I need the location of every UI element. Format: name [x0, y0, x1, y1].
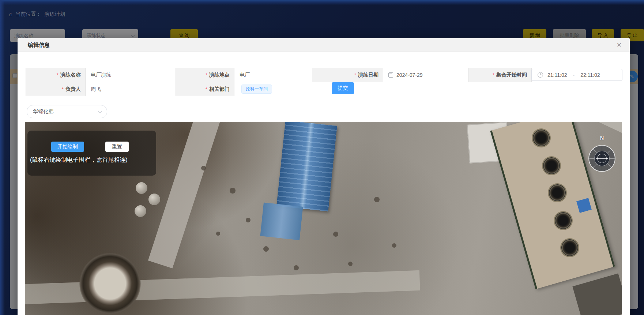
department-label-text: 相关部门	[209, 86, 230, 93]
modal-title: 编辑信息	[28, 38, 50, 52]
drill-name-label: * 演练名称	[26, 68, 86, 82]
map-unit	[230, 188, 236, 194]
time-range-separator: -	[571, 72, 576, 78]
department-tag[interactable]: 原料一车间	[241, 85, 272, 94]
manager-value: 周飞	[91, 86, 101, 93]
drill-name-value: 电厂演练	[91, 72, 111, 78]
map-unit	[263, 246, 269, 252]
map-unit	[201, 166, 206, 170]
draw-control-panel	[27, 131, 156, 176]
required-mark: *	[206, 72, 207, 78]
map-sphere-tank	[136, 182, 147, 194]
drill-location-field[interactable]: 电厂	[234, 68, 312, 82]
chevron-down-icon	[98, 109, 102, 113]
company-select-value: 华锦化肥	[33, 108, 53, 115]
clock-icon	[538, 72, 543, 78]
time-start-value: 21:11:02	[547, 72, 567, 78]
map-canvas[interactable]: 开始绘制 重置 (鼠标右键绘制电子围栏，需首尾相连) N	[25, 122, 622, 315]
compass-north-label: N	[597, 135, 607, 141]
drill-name-field[interactable]: 电厂演练	[85, 68, 175, 82]
submit-button[interactable]: 提交	[332, 82, 354, 94]
drill-date-value: 2024-07-29	[396, 72, 423, 78]
map-unit	[333, 232, 338, 237]
map-unit	[294, 265, 299, 270]
map-dark-area	[572, 273, 622, 315]
assembly-time-label: * 集合开始时间	[468, 68, 532, 82]
manager-label: * 负责人	[26, 82, 86, 96]
map-sphere-tank	[135, 205, 146, 217]
required-mark: *	[62, 86, 64, 92]
map-sphere-tank	[148, 194, 160, 205]
reset-button[interactable]: 重置	[105, 142, 129, 152]
map-fan-vent	[549, 184, 566, 201]
company-select[interactable]: 华锦化肥	[27, 105, 107, 118]
compass-icon[interactable]	[588, 145, 615, 172]
drill-location-label: * 演练地点	[175, 68, 234, 82]
map-clarifier-tank	[79, 253, 141, 314]
calendar-icon	[388, 72, 393, 78]
map-fan-vent	[561, 239, 578, 256]
drill-date-label: * 演练日期	[312, 68, 383, 82]
compass-inner-dial	[594, 151, 610, 166]
required-mark: *	[206, 86, 207, 92]
assembly-time-range-input[interactable]: 21:11:02 - 22:11:02	[531, 69, 622, 81]
assembly-time-label-text: 集合开始时间	[496, 72, 527, 78]
close-icon[interactable]: ×	[614, 40, 624, 50]
map-fan-vent	[555, 212, 572, 229]
drill-location-value: 电厂	[240, 72, 250, 78]
drill-name-label-text: 演练名称	[60, 72, 81, 78]
drill-location-label-text: 演练地点	[209, 72, 230, 78]
map-road	[148, 122, 220, 269]
manager-label-text: 负责人	[65, 86, 81, 93]
map-unit	[216, 232, 220, 236]
required-mark: *	[354, 72, 356, 78]
edit-info-modal: 编辑信息 × * 演练名称 电厂演练 * 演练地点 电厂 * 演练日期 2024…	[18, 38, 630, 315]
required-mark: *	[493, 72, 494, 78]
drill-date-label-text: 演练日期	[358, 72, 379, 78]
map-fan-vent	[533, 130, 550, 146]
drill-date-field[interactable]: 2024-07-29	[383, 68, 468, 82]
map-blue-roof-lower	[260, 203, 303, 240]
map-fan-vent	[543, 157, 560, 174]
time-end-value: 22:11:02	[580, 72, 600, 78]
required-mark: *	[57, 72, 59, 78]
map-unit	[348, 262, 353, 266]
map-blue-roof	[276, 122, 337, 211]
map-unit	[246, 218, 251, 222]
draw-hint-text: (鼠标右键绘制电子围栏，需首尾相连)	[30, 156, 156, 164]
manager-field[interactable]: 周飞	[85, 82, 175, 96]
compass-crosshair	[597, 154, 607, 163]
start-draw-button[interactable]: 开始绘制	[51, 142, 84, 152]
department-label: * 相关部门	[175, 82, 234, 96]
map-unit	[392, 243, 396, 248]
modal-header: 编辑信息 ×	[18, 38, 630, 52]
map-unit	[374, 197, 380, 202]
screen: ⌂ 当前位置： 演练计划 演练状态 查 询 新 增 批量删除 导 入 导 出 ✎	[0, 0, 644, 315]
